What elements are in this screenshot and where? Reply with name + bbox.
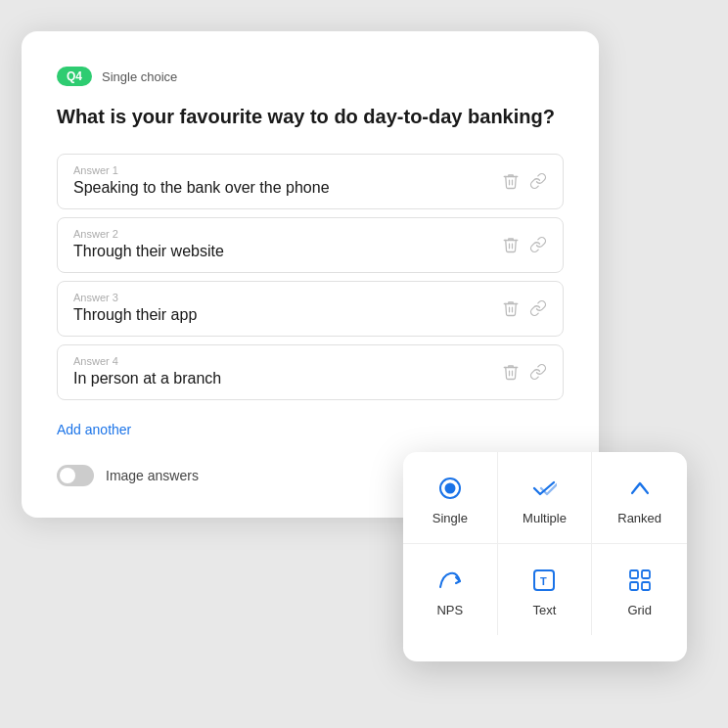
text-icon: T: [529, 566, 559, 595]
answer-label-3: Answer 3: [73, 292, 197, 303]
popup-label-grid: Grid: [627, 603, 652, 617]
answer-text-4: In person at a branch: [73, 370, 221, 387]
link-icon-4[interactable]: [529, 363, 547, 381]
delete-icon-4[interactable]: [502, 363, 520, 381]
answer-actions-2: [502, 236, 547, 253]
question-title: What is your favourite way to do day-to-…: [57, 104, 564, 130]
popup-cell-multiple[interactable]: Multiple: [498, 452, 593, 544]
answer-label-4: Answer 4: [73, 355, 221, 367]
answer-content-2: Answer 2 Through their website: [73, 228, 224, 260]
link-icon-1[interactable]: [529, 172, 547, 190]
popup-cell-text[interactable]: T Text: [498, 544, 593, 635]
page-wrapper: Q4 Single choice What is your favourite …: [22, 31, 706, 697]
popup-grid: Single Multiple: [403, 452, 687, 635]
question-type-label: Single choice: [102, 69, 177, 84]
answer-actions-1: [502, 172, 547, 190]
answer-content-1: Answer 1 Speaking to the bank over the p…: [73, 164, 330, 197]
svg-rect-7: [642, 582, 650, 590]
popup-label-text: Text: [533, 603, 557, 617]
answer-content-3: Answer 3 Through their app: [73, 292, 197, 324]
delete-icon-3[interactable]: [502, 299, 520, 317]
popup-cell-single[interactable]: Single: [403, 452, 498, 544]
add-another-button[interactable]: Add another: [57, 422, 131, 437]
answer-item-2: Answer 2 Through their website: [57, 217, 564, 273]
single-icon: [435, 474, 465, 503]
multiple-icon: [529, 474, 559, 503]
popup-label-ranked: Ranked: [617, 511, 661, 525]
answer-text-1: Speaking to the bank over the phone: [73, 179, 330, 197]
type-picker-popup: Single Multiple: [403, 452, 687, 661]
svg-rect-6: [630, 582, 638, 590]
popup-label-single: Single: [432, 511, 468, 525]
answer-label-1: Answer 1: [73, 164, 330, 176]
image-answers-toggle[interactable]: [57, 465, 94, 486]
answer-text-3: Through their app: [73, 306, 197, 324]
answer-actions-3: [502, 299, 547, 317]
answer-actions-4: [502, 363, 547, 381]
answer-list: Answer 1 Speaking to the bank over the p…: [57, 154, 564, 408]
svg-rect-4: [630, 570, 638, 578]
answer-item-4: Answer 4 In person at a branch: [57, 344, 564, 400]
delete-icon-2[interactable]: [502, 236, 520, 253]
popup-label-nps: NPS: [436, 603, 463, 617]
grid-icon: [625, 566, 655, 595]
main-card: Q4 Single choice What is your favourite …: [22, 31, 599, 518]
svg-point-1: [444, 483, 455, 494]
answer-item-3: Answer 3 Through their app: [57, 281, 564, 337]
nps-icon: [435, 566, 465, 595]
delete-icon-1[interactable]: [502, 172, 520, 190]
link-icon-3[interactable]: [529, 299, 547, 317]
svg-rect-5: [642, 570, 650, 578]
popup-cell-ranked[interactable]: Ranked: [592, 452, 687, 544]
popup-label-multiple: Multiple: [523, 511, 567, 525]
svg-text:T: T: [540, 575, 547, 587]
link-icon-2[interactable]: [529, 236, 547, 253]
popup-cell-nps[interactable]: NPS: [403, 544, 498, 635]
answer-content-4: Answer 4 In person at a branch: [73, 355, 221, 387]
image-answers-label: Image answers: [106, 468, 199, 483]
popup-cell-grid[interactable]: Grid: [592, 544, 687, 635]
answer-item-1: Answer 1 Speaking to the bank over the p…: [57, 154, 564, 209]
answer-text-2: Through their website: [73, 243, 224, 260]
answer-label-2: Answer 2: [73, 228, 224, 240]
ranked-icon: [625, 474, 655, 503]
q4-badge: Q4: [57, 67, 92, 86]
question-badge: Q4 Single choice: [57, 67, 564, 86]
